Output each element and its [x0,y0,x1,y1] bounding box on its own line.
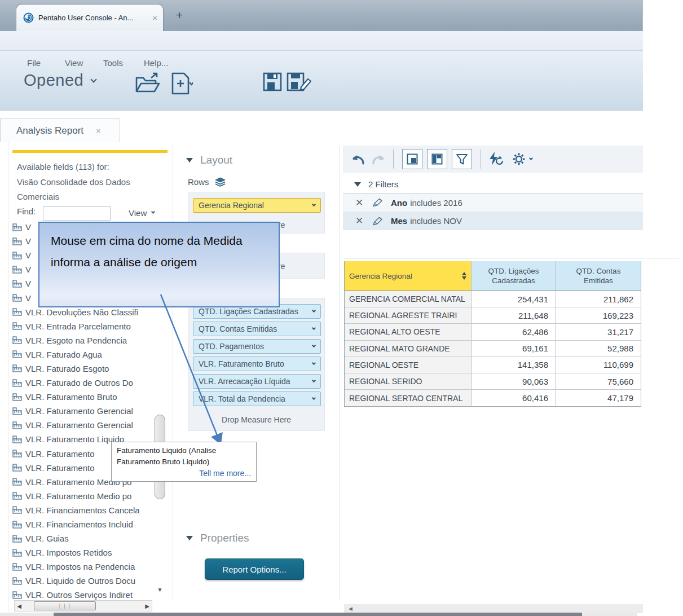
save-as-button[interactable] [287,72,312,91]
scroll-left-arrow[interactable]: ◀ [15,603,24,609]
settings-dropdown[interactable] [512,152,532,166]
list-item[interactable]: VLR. Faturamento Bruto [12,390,153,404]
rows-member-dropdown[interactable]: Gerencia Regional [193,198,321,213]
row-header-cell: REGIONAL ALTO OESTE [345,324,472,340]
remove-filter-icon[interactable]: ✕ [355,215,369,227]
new-tab-button[interactable]: + [169,8,190,24]
measure-dropdown[interactable]: QTD. Contas Emitidas [193,322,321,336]
scroll-left-arrow[interactable]: ◀ [349,606,352,611]
list-item[interactable]: VLR. Financiamentos Incluid [12,517,153,531]
row-header-cell: REGIONAL MATO GRANDE [345,341,472,357]
browser-tab[interactable]: Pentaho User Console - An... × [16,4,164,31]
scrollbar-thumb[interactable] [54,613,582,616]
fields-panel-accent-bar [12,150,168,153]
filter-panel-button[interactable] [452,149,472,169]
list-item[interactable]: VLR. Faturado Agua [12,347,153,362]
value-cell: 60,416 [472,390,556,406]
sort-icon[interactable] [462,272,466,280]
collapse-triangle-icon [186,536,193,540]
measure-icon [12,223,22,231]
list-item[interactable]: VLR. Entrada Parcelamento [12,319,153,333]
list-item[interactable]: VLR. Faturado de Outros Do [12,376,153,390]
tab-close-icon[interactable]: × [152,13,157,23]
scrollbar-track[interactable]: ❘❘❘ [24,601,143,611]
column-header-gerencia-regional[interactable]: Gerencia Regional [345,261,472,291]
field-label: VLR. Impostos na Pendencia [25,562,135,571]
report-horizontal-scrollbar[interactable]: ◀ [344,604,643,613]
measure-dropdown[interactable]: VLR. Arrecacação Líquida [193,374,321,389]
table-row[interactable]: REGIONAL SERIDO 90,063 75,660 [345,373,641,390]
measures-dropzone[interactable]: QTD. Ligações Cadastradas QTD. Contas Em… [188,298,325,431]
list-item[interactable]: VLR. Liquido de Outros Docu [12,574,153,588]
field-label: VLR. Faturado Esgoto [25,364,109,373]
menu-view[interactable]: View [65,58,83,68]
measure-label: VLR. Arrecacação Líquida [199,377,290,386]
value-cell: 169,223 [556,307,641,323]
show-left-panel-button[interactable] [402,149,422,169]
annotation-callout: Mouse em cima do nome da Medida informa … [38,222,280,307]
save-button[interactable] [263,72,282,91]
table-row[interactable]: REGIONAL SERTAO CENTRAL 60,416 47,179 [345,390,641,406]
filters-section-header[interactable]: 2 Filters [354,179,398,189]
filters-title: 2 Filters [368,179,398,189]
measure-icon [12,421,22,429]
measure-dropdown[interactable]: QTD. Pagamentos [193,339,321,354]
doc-tab-close-icon[interactable]: × [96,126,101,135]
scroll-right-arrow[interactable]: ▶ [143,603,152,609]
measure-icon [12,237,22,245]
list-item[interactable]: VLR. Faturamento Gerencial [12,418,153,432]
list-item[interactable]: VLR. Faturamento Gerencial [12,404,153,418]
scrollbar-thumb[interactable]: ❘❘❘ [34,601,96,610]
page-horizontal-scrollbar[interactable] [0,613,637,616]
fields-horizontal-scrollbar[interactable]: ◀ ❘❘❘ ▶ [14,600,152,611]
measure-dropdown[interactable]: VLR. Faturamento Bruto [193,357,321,371]
column-header-qtd-contas[interactable]: QTD. Contas Emitidas [556,261,641,291]
list-item[interactable]: VLR. Esgoto na Pendencia [12,333,153,347]
tab-analysis-report[interactable]: Analysis Report × [0,118,120,142]
row-header-cell: REGIONAL SERTAO CENTRAL [345,390,472,406]
auto-refresh-button[interactable] [487,151,505,167]
field-label: VLR. Outros Serviços Indiret [25,590,133,600]
list-item[interactable]: VLR. Guias [12,531,153,545]
layout-section-header[interactable]: Layout [186,154,232,166]
edit-filter-icon[interactable] [372,198,383,207]
table-row[interactable]: REGIONAL ALTO OESTE 62,486 31,217 [345,324,641,340]
view-dropdown[interactable]: View [129,208,155,218]
redo-button[interactable] [371,152,387,166]
filter-row: ✕ Mes includes NOV [343,212,643,230]
column-header-qtd-ligacoes[interactable]: QTD. Ligações Cadastradas [472,261,556,291]
properties-section-header[interactable]: Properties [186,532,249,544]
opened-dropdown[interactable]: Opened [24,71,96,90]
measure-icon [12,563,22,571]
table-row[interactable]: REGIONAL MATO GRANDE 69,161 52,988 [345,341,641,357]
open-file-button[interactable] [134,72,161,95]
tell-me-more-link[interactable]: Tell me more... [117,468,251,479]
field-label: V [25,279,31,288]
list-item[interactable]: VLR. Impostos na Pendencia [12,560,153,574]
field-label: VLR. Faturamento [25,449,95,459]
table-row[interactable]: GERENCIA COMERCIAL NATAL 254,431 211,862 [345,291,641,307]
chevron-down-icon [529,156,533,160]
new-report-button[interactable] [170,72,193,96]
list-item[interactable]: VLR. Faturamento Medio po [12,489,153,503]
undo-button[interactable] [350,152,365,166]
list-item[interactable]: VLR. Impostos Retidos [12,545,153,560]
show-top-panel-button[interactable] [427,149,447,169]
rows-member-label: Gerencia Regional [199,201,264,210]
measure-dropdown[interactable]: VLR. Total da Pendencia [193,391,321,406]
table-row[interactable]: REGIONAL OESTE 141,358 110,699 [345,357,641,373]
list-item[interactable]: VLR. Faturado Esgoto [12,362,153,376]
list-item[interactable]: VLR. Financiamentos Cancela [12,503,153,517]
find-input[interactable] [43,206,111,221]
fields-scrollbar-down-arrow[interactable]: ▼ [155,586,165,595]
cube-name: Visão Consolidade dos Dados Comerciais [17,175,164,205]
edit-filter-icon[interactable] [372,217,383,226]
menu-help[interactable]: Help... [144,58,168,68]
table-row[interactable]: REGIONAL AGRESTE TRAIRI 211,648 169,223 [345,307,641,324]
report-options-button[interactable]: Report Options... [205,558,304,580]
collapse-triangle-icon [186,158,193,162]
menu-file[interactable]: File [27,58,41,68]
remove-filter-icon[interactable]: ✕ [355,197,369,209]
undo-icon [350,152,365,166]
menu-tools[interactable]: Tools [103,58,123,68]
